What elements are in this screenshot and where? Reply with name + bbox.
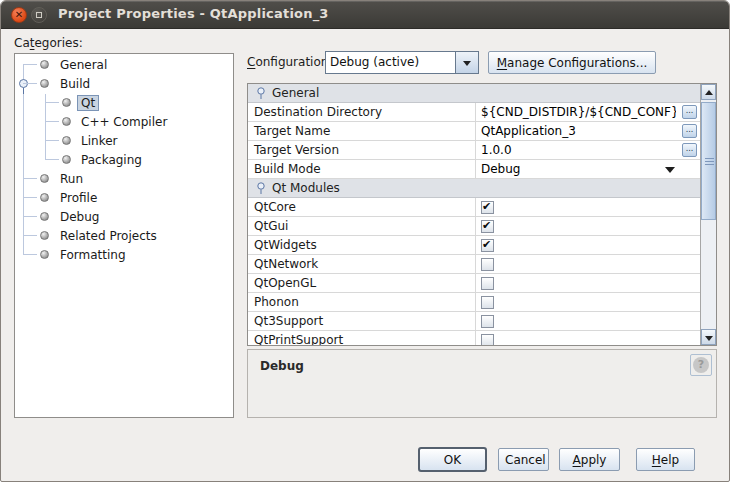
tree-item-linker[interactable]: Linker: [15, 131, 233, 150]
tree-guide-stub: [23, 254, 37, 255]
property-row-qtopengl[interactable]: QtOpenGL: [248, 274, 700, 293]
column-divider: [475, 236, 476, 254]
checkbox-unchecked[interactable]: [481, 258, 494, 271]
section-expand-icon[interactable]: [256, 87, 266, 101]
tree-item-label: Debug: [56, 209, 103, 225]
property-row-destination-directory[interactable]: Destination Directory${CND_DISTDIR}/${CN…: [248, 103, 700, 122]
property-row-qtgui[interactable]: QtGui: [248, 217, 700, 236]
property-value[interactable]: ${CND_DISTDIR}/${CND_CONF}/$...: [481, 105, 676, 119]
maximize-icon[interactable]: [31, 7, 47, 23]
categories-label: Categories:: [14, 36, 83, 50]
tree-item-packaging[interactable]: Packaging: [15, 150, 233, 169]
tree-item-profile[interactable]: Profile: [15, 188, 233, 207]
category-node-icon: [62, 117, 71, 126]
property-name: QtGui: [254, 219, 288, 233]
titlebar[interactable]: ✕ Project Properties - QtApplication_3: [1, 1, 729, 29]
tree-item-run[interactable]: Run: [15, 169, 233, 188]
checkbox-checked[interactable]: [481, 201, 494, 214]
checkbox-unchecked[interactable]: [481, 296, 494, 309]
ellipsis-button[interactable]: ...: [682, 124, 697, 138]
property-row-target-name[interactable]: Target NameQtApplication_3...: [248, 122, 700, 141]
property-value[interactable]: Debug: [481, 162, 520, 176]
tree-item-c-compiler[interactable]: C++ Compiler: [15, 112, 233, 131]
property-row-qtcore[interactable]: QtCore: [248, 198, 700, 217]
description-panel: Debug ?: [247, 349, 717, 418]
property-row-qtnetwork[interactable]: QtNetwork: [248, 255, 700, 274]
tree-item-debug[interactable]: Debug: [15, 207, 233, 226]
checkbox-unchecked[interactable]: [481, 315, 494, 328]
tree-item-label: Profile: [56, 190, 101, 206]
help-button[interactable]: Help: [636, 448, 695, 471]
tree-item-label: Packaging: [77, 152, 146, 168]
manage-configurations-button[interactable]: Manage Configurations...: [488, 51, 656, 74]
section-title: Qt Modules: [272, 181, 340, 195]
tree-item-build[interactable]: Build: [15, 74, 233, 93]
apply-button[interactable]: Apply: [559, 448, 620, 471]
checkbox-checked[interactable]: [481, 220, 494, 233]
scrollbar-thumb[interactable]: [701, 102, 716, 220]
tree-item-formatting[interactable]: Formatting: [15, 245, 233, 264]
ok-button[interactable]: OK: [419, 448, 486, 471]
property-row-qtprintsupport[interactable]: QtPrintSupport: [248, 331, 700, 346]
tree-guide-stub: [23, 64, 37, 65]
triangle-down-icon: [705, 336, 713, 341]
column-divider: [475, 293, 476, 311]
section-header-qt-modules[interactable]: Qt Modules: [248, 179, 700, 198]
property-value[interactable]: 1.0.0: [481, 143, 512, 157]
description-title: Debug: [260, 359, 304, 373]
column-divider: [475, 331, 476, 346]
property-row-qt3support[interactable]: Qt3Support: [248, 312, 700, 331]
column-divider: [475, 217, 476, 235]
property-name: QtWidgets: [254, 238, 317, 252]
section-expand-icon[interactable]: [256, 182, 266, 196]
property-row-build-mode[interactable]: Build ModeDebug: [248, 160, 700, 179]
checkbox-unchecked[interactable]: [481, 277, 494, 290]
tree-guide-stub: [23, 235, 37, 236]
category-node-icon: [40, 250, 49, 259]
close-icon[interactable]: ✕: [11, 7, 27, 23]
vertical-scrollbar[interactable]: [700, 84, 716, 345]
scroll-up-button[interactable]: [701, 84, 716, 100]
property-row-target-version[interactable]: Target Version1.0.0...: [248, 141, 700, 160]
category-node-icon: [40, 79, 49, 88]
configuration-select[interactable]: Debug (active): [325, 51, 479, 74]
scroll-down-button[interactable]: [701, 329, 716, 345]
category-node-icon: [62, 155, 71, 164]
tree-item-label: Qt: [77, 95, 99, 111]
ellipsis-button[interactable]: ...: [682, 143, 697, 157]
tree-item-general[interactable]: General: [15, 55, 233, 74]
property-row-phonon[interactable]: Phonon: [248, 293, 700, 312]
category-node-icon: [40, 193, 49, 202]
context-help-button[interactable]: ?: [690, 354, 712, 376]
checkbox-unchecked[interactable]: [481, 334, 494, 346]
tree-item-qt[interactable]: Qt: [15, 93, 233, 112]
tree-item-label: Formatting: [56, 247, 130, 263]
scrollbar-grip: [705, 158, 714, 166]
tree-guide-stub: [23, 216, 37, 217]
column-divider: [475, 255, 476, 273]
configuration-dropdown-button[interactable]: [455, 52, 478, 73]
property-row-qtwidgets[interactable]: QtWidgets: [248, 236, 700, 255]
category-node-icon: [40, 231, 49, 240]
ellipsis-button[interactable]: ...: [682, 105, 697, 119]
dropdown-arrow-icon[interactable]: [665, 167, 675, 173]
property-value[interactable]: QtApplication_3: [481, 124, 576, 138]
tree-item-label: Related Projects: [56, 228, 161, 244]
property-name: Target Version: [254, 143, 339, 157]
tree-guide-stub: [45, 159, 59, 160]
configuration-label: Configuration:: [247, 55, 332, 69]
property-name: QtOpenGL: [254, 276, 316, 290]
tree-item-related-projects[interactable]: Related Projects: [15, 226, 233, 245]
tree-guide-stub: [45, 121, 59, 122]
categories-tree: GeneralBuildQtC++ CompilerLinkerPackagin…: [15, 54, 233, 417]
tree-item-label: Linker: [77, 133, 121, 149]
cancel-button[interactable]: Cancel: [498, 448, 549, 471]
tree-guide-stub: [23, 178, 37, 179]
help-icon: ?: [693, 357, 709, 373]
checkbox-checked[interactable]: [481, 239, 494, 252]
chevron-down-icon: [463, 61, 471, 66]
section-header-general[interactable]: General: [248, 84, 700, 103]
tree-item-label: Run: [56, 171, 87, 187]
property-name: QtNetwork: [254, 257, 318, 271]
column-divider: [475, 198, 476, 216]
